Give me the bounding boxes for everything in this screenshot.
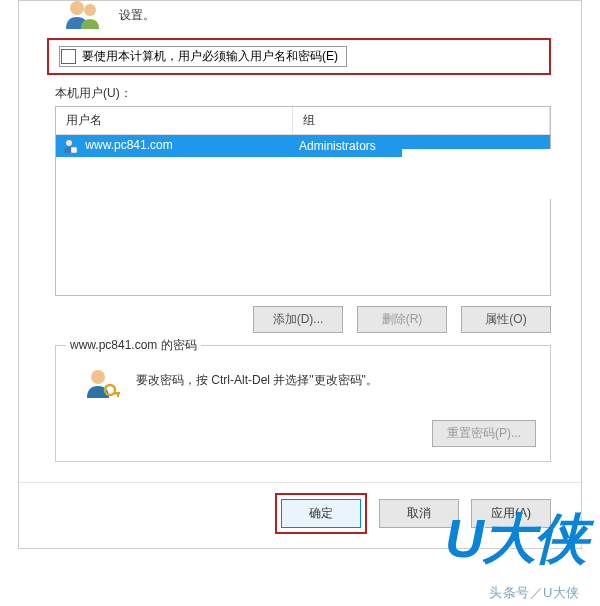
users-icon [63,0,103,35]
cancel-button[interactable]: 取消 [379,499,459,528]
add-button[interactable]: 添加(D)... [253,306,343,333]
apply-button[interactable]: 应用(A) [471,499,551,528]
remove-button[interactable]: 删除(R) [357,306,447,333]
svg-point-0 [70,1,84,15]
svg-rect-7 [117,392,119,397]
user-icon [62,138,78,154]
ok-button[interactable]: 确定 [281,499,361,528]
local-users-label: 本机用户(U)： [55,85,551,102]
source-caption: 头条号／U大侠 [489,584,580,602]
users-list[interactable]: 用户名 组 www.pc841.com Administrators [55,106,551,296]
checkbox-box[interactable] [61,49,76,64]
reset-password-button[interactable]: 重置密码(P)... [432,420,536,447]
user-buttons-row: 添加(D)... 删除(R) 属性(O) [55,306,551,333]
checkbox-label: 要使用本计算机，用户必须输入用户名和密码(E) [82,48,338,65]
highlight-box-checkbox: 要使用本计算机，用户必须输入用户名和密码(E) [47,38,551,75]
top-description-row: 设置。 [19,1,581,34]
svg-point-2 [66,140,72,146]
dialog-footer: 确定 取消 应用(A) [19,482,581,548]
password-instruction-text: 要改密码，按 Ctrl-Alt-Del 并选择"更改密码"。 [136,366,378,389]
properties-button[interactable]: 属性(O) [461,306,551,333]
svg-rect-3 [71,147,77,153]
svg-point-1 [84,4,96,16]
fieldset-legend: www.pc841.com 的密码 [66,337,201,354]
cell-username: www.pc841.com [56,135,293,157]
list-header: 用户名 组 [56,107,550,135]
key-user-icon [84,366,120,402]
user-accounts-dialog: 设置。 要使用本计算机，用户必须输入用户名和密码(E) 本机用户(U)： 用户名… [18,0,582,549]
svg-point-4 [91,370,105,384]
column-header-username[interactable]: 用户名 [56,107,293,134]
column-header-group[interactable]: 组 [293,107,550,134]
highlight-box-ok: 确定 [275,493,367,534]
top-description-text: 设置。 [119,8,155,22]
require-login-checkbox[interactable]: 要使用本计算机，用户必须输入用户名和密码(E) [59,46,347,67]
password-fieldset: www.pc841.com 的密码 要改密码，按 Ctrl-Alt-Del 并选… [55,345,551,462]
redaction-block [402,149,552,199]
